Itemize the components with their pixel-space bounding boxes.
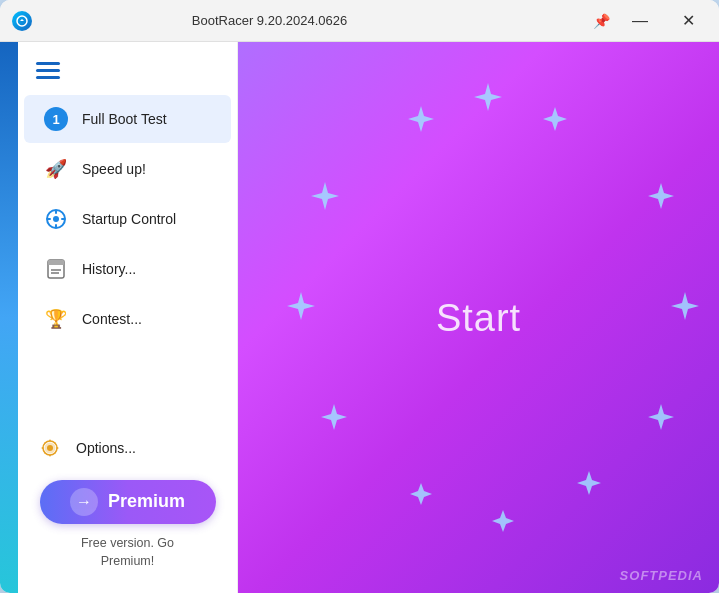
window-title: BootRacer 9.20.2024.0626 [32, 13, 507, 28]
svg-marker-17 [671, 292, 699, 320]
star-8 [410, 483, 432, 505]
window-controls: 📌 — ✕ [587, 5, 711, 37]
svg-marker-19 [577, 471, 601, 495]
svg-marker-21 [410, 483, 432, 505]
star-12 [408, 106, 434, 132]
premium-arrow-icon: → [70, 488, 98, 516]
full-boot-test-label: Full Boot Test [82, 111, 167, 127]
star-3 [648, 183, 674, 209]
svg-point-2 [53, 216, 59, 222]
left-accent-strip [0, 42, 18, 593]
speed-up-label: Speed up! [82, 161, 146, 177]
app-icon [12, 11, 32, 31]
history-icon [42, 255, 70, 283]
softpedia-badge: SOFTPEDIA [620, 568, 703, 583]
svg-marker-23 [287, 292, 315, 320]
star-10 [287, 292, 315, 320]
star-6 [577, 471, 601, 495]
main-content: 1 Full Boot Test 🚀 Speed up! [0, 42, 719, 593]
sidebar-item-speed-up[interactable]: 🚀 Speed up! [24, 145, 231, 193]
speed-up-icon: 🚀 [42, 155, 70, 183]
options-item[interactable]: Options... [30, 426, 225, 470]
options-icon [36, 434, 64, 462]
star-5 [648, 404, 674, 430]
hamburger-icon [36, 62, 60, 79]
nav-items: 1 Full Boot Test 🚀 Speed up! [18, 95, 237, 414]
svg-marker-22 [321, 404, 347, 430]
star-7 [492, 510, 514, 532]
svg-marker-25 [408, 106, 434, 132]
options-label: Options... [76, 440, 136, 456]
premium-button[interactable]: → Premium [40, 480, 216, 524]
sidebar-item-history[interactable]: History... [24, 245, 231, 293]
title-bar-left [12, 11, 32, 31]
sidebar-item-contest[interactable]: 🏆 Contest... [24, 295, 231, 343]
startup-control-label: Startup Control [82, 211, 176, 227]
premium-label: Premium [108, 491, 185, 512]
pin-button[interactable]: 📌 [587, 7, 615, 35]
star-4 [671, 292, 699, 320]
star-9 [321, 404, 347, 430]
svg-marker-16 [648, 183, 674, 209]
contest-icon: 🏆 [42, 305, 70, 333]
svg-marker-20 [492, 510, 514, 532]
svg-marker-18 [648, 404, 674, 430]
sidebar: 1 Full Boot Test 🚀 Speed up! [18, 42, 238, 593]
star-2 [543, 107, 567, 131]
app-icon-svg [16, 15, 28, 27]
full-boot-test-icon: 1 [42, 105, 70, 133]
sidebar-item-full-boot-test[interactable]: 1 Full Boot Test [24, 95, 231, 143]
svg-rect-3 [55, 210, 57, 214]
star-11 [311, 182, 339, 210]
minimize-button[interactable]: — [617, 5, 663, 37]
startup-control-icon [42, 205, 70, 233]
sidebar-bottom: Options... → Premium Free version. GoPre… [18, 414, 237, 582]
main-panel[interactable]: Start SOFTPEDIA [238, 42, 719, 593]
title-bar: BootRacer 9.20.2024.0626 📌 — ✕ [0, 0, 719, 42]
svg-rect-5 [47, 218, 51, 220]
star-1 [474, 83, 502, 111]
svg-rect-6 [61, 218, 65, 220]
history-label: History... [82, 261, 136, 277]
sidebar-item-startup-control[interactable]: Startup Control [24, 195, 231, 243]
free-version-text: Free version. GoPremium! [81, 534, 174, 572]
contest-label: Contest... [82, 311, 142, 327]
svg-marker-24 [311, 182, 339, 210]
svg-rect-8 [48, 260, 64, 265]
svg-marker-14 [474, 83, 502, 111]
svg-rect-4 [55, 224, 57, 228]
main-window: BootRacer 9.20.2024.0626 📌 — ✕ [0, 0, 719, 593]
svg-marker-15 [543, 107, 567, 131]
close-button[interactable]: ✕ [665, 5, 711, 37]
hamburger-button[interactable] [18, 54, 237, 95]
stars-container [238, 42, 719, 593]
